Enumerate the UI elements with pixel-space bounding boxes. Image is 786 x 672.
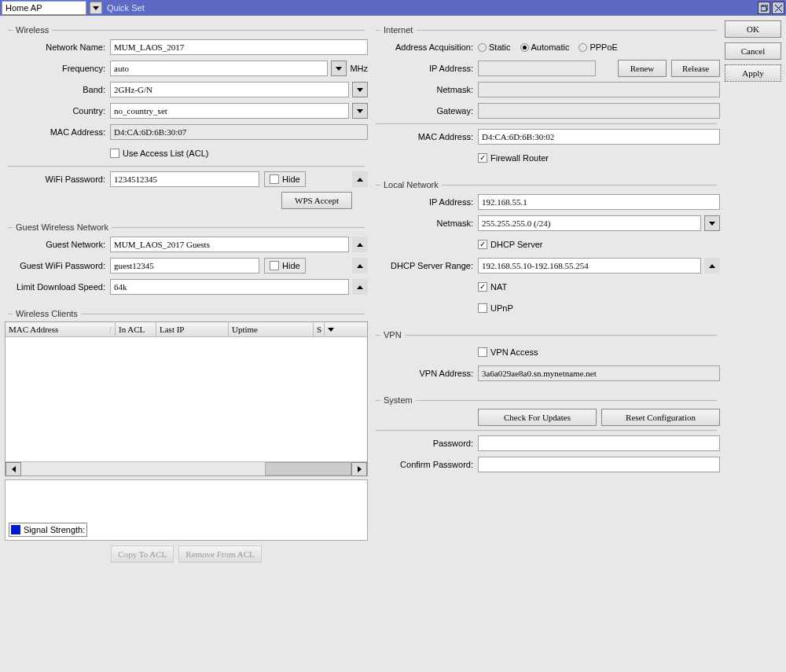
automatic-radio[interactable] bbox=[520, 43, 529, 52]
wireless-group: Wireless Network Name:MUM_LAOS_2017 Freq… bbox=[5, 24, 368, 213]
netmask-dropdown[interactable] bbox=[704, 215, 720, 231]
chevron-down-icon bbox=[328, 328, 334, 332]
pppoe-radio[interactable] bbox=[578, 43, 587, 52]
mac-display: D4:CA:6D:6B:30:07 bbox=[110, 124, 368, 140]
chevron-down-icon bbox=[357, 109, 363, 113]
mode-dropdown[interactable] bbox=[90, 2, 102, 14]
guest-group: Guest Wireless Network Guest Network:MUM… bbox=[5, 221, 368, 299]
chevron-up-icon bbox=[357, 243, 363, 247]
upnp-checkbox[interactable] bbox=[478, 303, 487, 313]
wps-button[interactable]: WPS Accept bbox=[281, 192, 352, 209]
range-collapse[interactable] bbox=[704, 258, 720, 274]
confirm-password-input[interactable] bbox=[478, 457, 720, 472]
system-group: System Check For UpdatesReset Configurat… bbox=[373, 394, 720, 477]
chevron-down-icon bbox=[357, 88, 363, 92]
country-input[interactable]: no_country_set bbox=[110, 103, 349, 119]
clients-group: Wireless Clients MAC Address/ In ACL Las… bbox=[5, 307, 368, 563]
renew-button[interactable]: Renew bbox=[618, 60, 667, 77]
dhcp-checkbox[interactable] bbox=[478, 240, 487, 249]
band-dropdown[interactable] bbox=[352, 82, 368, 97]
wifi-collapse[interactable] bbox=[352, 171, 368, 187]
guest-password-input[interactable]: guest12345 bbox=[110, 258, 259, 274]
band-input[interactable]: 2GHz-G/N bbox=[110, 82, 349, 97]
dhcp-range-input[interactable]: 192.168.55.10-192.168.55.254 bbox=[478, 258, 701, 274]
internet-mac-input[interactable]: D4:CA:6D:6B:30:02 bbox=[478, 129, 720, 145]
chevron-left-icon bbox=[12, 466, 16, 472]
legend-swatch bbox=[11, 525, 20, 534]
close-button[interactable] bbox=[772, 2, 784, 14]
vpn-address: 3a6a029ae8a0.sn.mynetname.net bbox=[478, 365, 720, 381]
local-group: Local Network IP Address:192.168.55.1 Ne… bbox=[373, 178, 720, 321]
chevron-down-icon bbox=[93, 6, 99, 10]
vpn-access-checkbox[interactable] bbox=[478, 347, 487, 357]
static-radio[interactable] bbox=[478, 43, 487, 52]
chevron-down-icon bbox=[709, 222, 715, 226]
apply-button[interactable]: Apply bbox=[725, 64, 781, 82]
svg-rect-1 bbox=[761, 6, 766, 11]
reset-config-button[interactable]: Reset Configuration bbox=[601, 409, 720, 426]
signal-chart: Signal Strength: bbox=[5, 479, 368, 541]
chevron-up-icon bbox=[357, 264, 363, 268]
release-button[interactable]: Release bbox=[671, 60, 720, 77]
firewall-checkbox[interactable] bbox=[478, 153, 487, 163]
wifi-password-input[interactable]: 1234512345 bbox=[110, 171, 259, 187]
chevron-down-icon bbox=[336, 67, 342, 71]
chevron-up-icon bbox=[357, 178, 363, 182]
country-dropdown[interactable] bbox=[352, 103, 368, 119]
chevron-up-icon bbox=[357, 285, 363, 289]
internet-group: Internet Address Acquisition: Static Aut… bbox=[373, 24, 720, 171]
ok-button[interactable]: OK bbox=[725, 20, 781, 38]
scrollbar[interactable] bbox=[21, 462, 351, 476]
network-name-input[interactable]: MUM_LAOS_2017 bbox=[110, 39, 368, 55]
chevron-up-icon bbox=[709, 264, 715, 268]
frequency-input[interactable]: auto bbox=[110, 61, 328, 76]
hide-password-checkbox[interactable] bbox=[270, 174, 279, 184]
local-netmask-input[interactable]: 255.255.255.0 (/24) bbox=[478, 215, 701, 231]
guest-network-input[interactable]: MUM_LAOS_2017 Guests bbox=[110, 237, 349, 252]
check-updates-button[interactable]: Check For Updates bbox=[478, 409, 597, 426]
cancel-button[interactable]: Cancel bbox=[725, 42, 781, 60]
local-ip-input[interactable]: 192.168.55.1 bbox=[478, 194, 720, 210]
mode-select[interactable]: Home AP bbox=[2, 1, 86, 15]
restore-button[interactable] bbox=[758, 2, 770, 14]
scroll-left[interactable] bbox=[6, 462, 21, 476]
frequency-dropdown[interactable] bbox=[331, 61, 347, 76]
chevron-right-icon bbox=[358, 466, 362, 472]
copy-acl-button[interactable]: Copy To ACL bbox=[111, 545, 174, 563]
nat-checkbox[interactable] bbox=[478, 282, 487, 292]
scroll-right[interactable] bbox=[351, 462, 367, 476]
internet-netmask bbox=[478, 82, 720, 97]
internet-gateway bbox=[478, 103, 720, 119]
password-input[interactable] bbox=[478, 435, 720, 451]
limit-input[interactable]: 64k bbox=[110, 279, 349, 295]
limit-collapse[interactable] bbox=[352, 279, 368, 295]
clients-table[interactable]: MAC Address/ In ACL Last IP Uptime S bbox=[5, 321, 368, 476]
acl-checkbox[interactable] bbox=[110, 149, 119, 158]
guest-net-collapse[interactable] bbox=[352, 237, 368, 252]
guest-pw-collapse[interactable] bbox=[352, 258, 368, 274]
remove-acl-button[interactable]: Remove From ACL bbox=[178, 545, 261, 563]
internet-ip bbox=[478, 61, 596, 76]
vpn-group: VPN VPN Access VPN Address:3a6a029ae8a0.… bbox=[373, 329, 720, 386]
guest-hide-checkbox[interactable] bbox=[270, 261, 279, 270]
window-title: Quick Set bbox=[107, 3, 758, 13]
